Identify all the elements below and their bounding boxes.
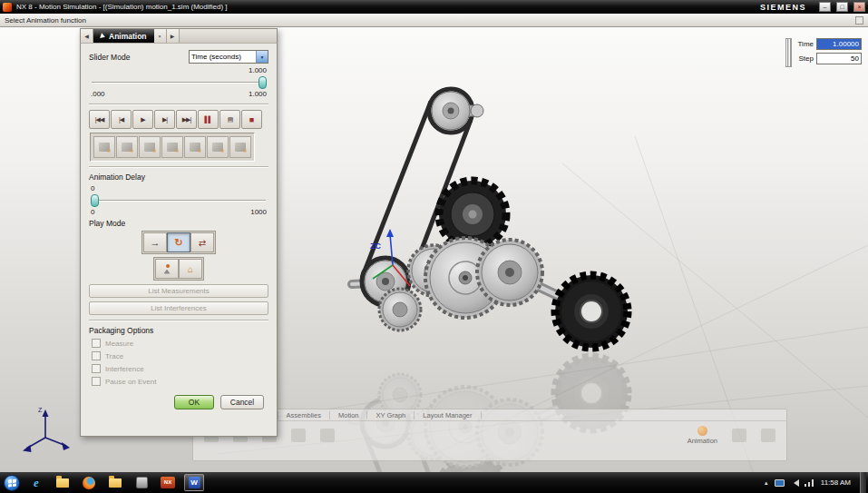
dialog-forward-button[interactable]: ▶ (167, 29, 180, 43)
dialog-title-tab[interactable]: Animation (93, 29, 154, 43)
large-gear-axle (463, 275, 468, 281)
folder-icon (109, 478, 122, 488)
pause-on-event-checkbox-label: Pause on Event (105, 378, 156, 386)
animation-option-button-7[interactable] (229, 136, 251, 158)
animation-option-button-1[interactable] (93, 136, 115, 158)
dialog-back-button[interactable]: ◀ (81, 29, 93, 43)
nx-icon: NX (161, 477, 175, 488)
animation-option-button-3[interactable] (139, 136, 161, 158)
go-to-start-button[interactable]: |◀◀ (89, 110, 110, 129)
dimmed-tab: Assemblies (278, 411, 330, 419)
taskbar-item-app[interactable] (132, 474, 151, 491)
nx-app-icon[interactable] (3, 3, 12, 12)
animation-option-button-4[interactable] (161, 136, 183, 158)
play-to-end-button[interactable]: ▶▶| (176, 110, 197, 129)
export-movie-button[interactable]: ▤ (219, 110, 240, 129)
taskbar-clock[interactable]: 11:58 AM (821, 478, 851, 487)
nx-application-window: NX 8 - Motion Simulation - [(Simulation)… (0, 0, 868, 493)
separator (89, 104, 268, 105)
status-message: Select Animation function (5, 16, 86, 25)
animation-dialog-icon (100, 33, 106, 39)
taskbar-item-firefox[interactable] (79, 474, 99, 491)
ok-button[interactable]: OK (174, 395, 214, 409)
pause-button[interactable]: ▌▌ (198, 110, 219, 129)
toolbar-drag-handle[interactable] (785, 38, 792, 67)
time-slider[interactable] (91, 76, 267, 89)
pause-on-event-checkbox[interactable]: Pause on Event (92, 377, 268, 386)
dialog-title: Animation (109, 32, 147, 41)
delay-slider[interactable] (91, 194, 267, 207)
time-field-label: Time (795, 40, 814, 48)
windows-flag-icon (8, 478, 16, 487)
display-tray-icon[interactable] (775, 479, 785, 487)
slider-mode-dropdown[interactable]: Time (seconds) ▼ (189, 50, 268, 64)
list-measurements-button[interactable]: List Measurements (89, 284, 268, 298)
measure-checkbox[interactable]: Measure (92, 339, 268, 348)
play-button[interactable]: ▶ (132, 110, 153, 129)
tool-icon (190, 143, 200, 152)
step-input[interactable]: 50 (816, 53, 862, 64)
top-shaft-cap (471, 104, 483, 117)
play-once-button[interactable]: → (143, 232, 167, 252)
delay-slider-value: 0 (91, 184, 267, 193)
step-back-button[interactable]: |◀ (111, 110, 132, 129)
taskbar-item-ie[interactable]: e (26, 474, 46, 491)
time-slider-min: .000 (91, 90, 105, 99)
network-icon[interactable] (805, 479, 814, 487)
animation-option-button-6[interactable] (207, 136, 229, 158)
z-axis-arrow-icon (386, 229, 394, 237)
dimmed-tab: Motion (330, 411, 368, 419)
trace-checkbox[interactable]: Trace (92, 351, 268, 360)
dimmed-toolbar-icon (291, 429, 306, 442)
cancel-button[interactable]: Cancel (220, 395, 264, 409)
loop-play-button[interactable]: ↻ (167, 232, 190, 252)
designate-packaging-button[interactable] (155, 259, 179, 279)
list-interferences-button[interactable]: List Interferences (89, 301, 268, 315)
interference-checkbox[interactable]: Interference (92, 364, 268, 373)
return-home-button[interactable]: ⌂ (179, 259, 202, 279)
play-mode-label: Play Mode (89, 219, 268, 228)
animation-option-button-5[interactable] (184, 136, 206, 158)
taskbar-item-word-active[interactable]: W (184, 474, 204, 491)
slider-mode-value: Time (seconds) (190, 51, 256, 63)
checkbox-icon[interactable] (92, 377, 101, 386)
swing-play-button[interactable]: ⇄ (190, 232, 214, 252)
taskbar-item-folder-2[interactable] (105, 474, 125, 491)
delay-slider-min: 0 (91, 208, 94, 217)
time-input[interactable]: 1.00000 (816, 38, 862, 50)
animation-delay-label: Animation Delay (89, 173, 268, 182)
dialog-header[interactable]: ◀ Animation × ▶ (80, 28, 278, 43)
measure-checkbox-label: Measure (105, 340, 133, 348)
show-desktop-button[interactable] (860, 472, 866, 493)
tray-expand-icon[interactable]: ▲ (764, 480, 769, 486)
checkbox-icon[interactable] (92, 351, 101, 360)
animation-option-button-2[interactable] (116, 136, 138, 158)
taskbar-item-folder[interactable] (53, 474, 73, 491)
delay-slider-thumb[interactable] (91, 194, 99, 207)
tool-icon (122, 143, 132, 152)
checkbox-icon[interactable] (92, 339, 101, 348)
minimize-button[interactable]: – (819, 2, 831, 12)
knobby-wheel-axle (469, 211, 477, 219)
animation-toolbar-group: Animation (688, 426, 717, 445)
ie-icon: e (34, 477, 39, 488)
step-forward-button[interactable]: ▶| (154, 110, 175, 129)
person-icon (164, 264, 171, 274)
system-tray: ▲ 11:58 AM (764, 472, 868, 493)
taskbar-item-nx[interactable]: NX (158, 474, 178, 491)
top-pulley-axle (448, 108, 454, 114)
close-button[interactable]: × (853, 2, 865, 12)
gear-train-model[interactable] (352, 89, 628, 348)
time-slider-thumb[interactable] (258, 76, 267, 89)
firefox-icon (83, 477, 95, 489)
stop-button[interactable]: ■ (241, 110, 262, 129)
volume-icon[interactable] (790, 479, 799, 487)
dropdown-arrow-icon[interactable]: ▼ (256, 51, 268, 63)
checkbox-icon[interactable] (92, 364, 101, 373)
step-field-label: Step (795, 54, 814, 63)
start-button[interactable] (4, 475, 20, 491)
dimmed-tab: XY Graph (367, 411, 414, 419)
separator (89, 166, 268, 168)
dialog-close-button[interactable]: × (154, 29, 167, 43)
maximize-button[interactable]: □ (836, 2, 848, 12)
